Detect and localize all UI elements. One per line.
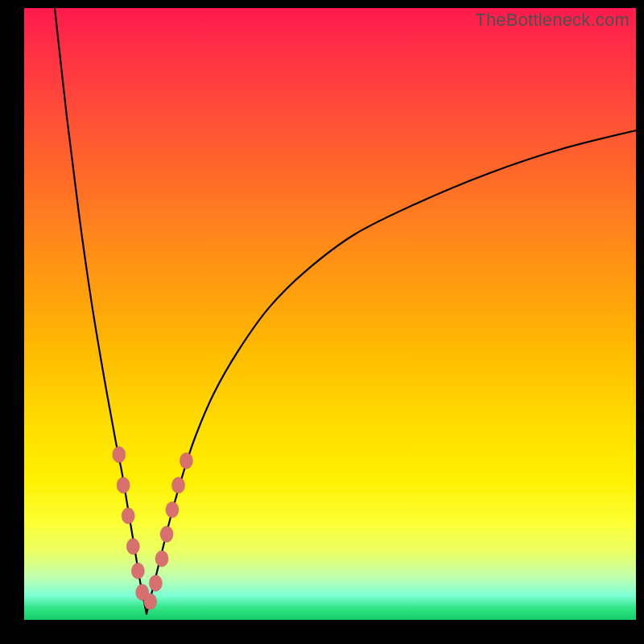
data-marker <box>144 593 157 609</box>
data-marker <box>160 526 173 543</box>
chart-svg <box>24 8 636 620</box>
data-marker <box>122 508 134 524</box>
data-marker <box>166 502 179 518</box>
data-marker <box>172 477 185 493</box>
data-marker <box>113 447 126 463</box>
chart-frame: TheBottleneck.com <box>0 0 644 644</box>
data-marker <box>180 452 192 469</box>
marker-group <box>113 447 193 609</box>
curve-left-branch <box>55 8 147 613</box>
curve-right-branch <box>147 130 636 613</box>
data-marker <box>131 563 144 579</box>
data-marker <box>149 575 162 591</box>
chart-plot-area: TheBottleneck.com <box>24 8 636 620</box>
data-marker <box>126 539 139 555</box>
data-marker <box>117 477 130 493</box>
data-marker <box>155 551 168 567</box>
